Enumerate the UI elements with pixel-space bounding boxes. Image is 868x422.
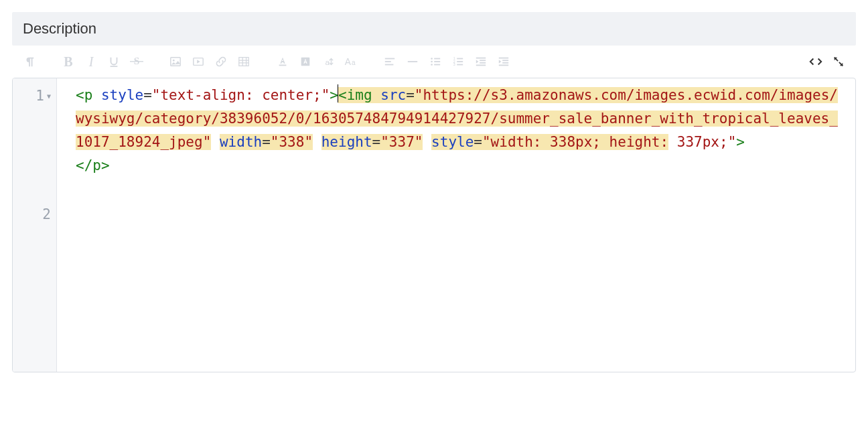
fold-icon[interactable]: ▼ xyxy=(47,84,51,108)
svg-rect-18 xyxy=(434,58,440,60)
svg-rect-26 xyxy=(457,64,463,66)
svg-text:3: 3 xyxy=(453,62,455,66)
underline-button[interactable] xyxy=(103,51,125,72)
code-view-button[interactable] xyxy=(805,51,826,72)
line-gutter: 1▼ 2 xyxy=(13,78,57,372)
svg-rect-19 xyxy=(434,61,440,62)
svg-text:A: A xyxy=(345,57,352,67)
code-content[interactable]: <p style="text-align: center;"><img src=… xyxy=(57,78,855,372)
unordered-list-button[interactable] xyxy=(425,51,446,72)
align-button[interactable] xyxy=(379,51,401,72)
svg-rect-34 xyxy=(499,65,508,66)
svg-point-15 xyxy=(431,58,433,60)
insert-video-button[interactable] xyxy=(188,51,209,72)
svg-rect-12 xyxy=(385,61,391,62)
svg-rect-27 xyxy=(476,58,486,59)
fullscreen-button[interactable] xyxy=(828,51,849,72)
svg-text:a: a xyxy=(326,58,330,66)
svg-rect-30 xyxy=(476,65,486,66)
insert-table-button[interactable] xyxy=(233,51,255,72)
insert-image-button[interactable] xyxy=(165,51,186,72)
text-color-button[interactable] xyxy=(272,51,293,72)
font-family-button[interactable]: Aa xyxy=(340,51,362,72)
svg-point-17 xyxy=(431,64,433,66)
paragraph-format-button[interactable] xyxy=(19,51,40,72)
svg-rect-28 xyxy=(480,60,486,61)
insert-link-button[interactable] xyxy=(210,51,232,72)
svg-rect-13 xyxy=(385,64,394,66)
font-size-button[interactable]: a xyxy=(317,51,339,72)
svg-rect-20 xyxy=(434,64,440,66)
italic-button[interactable]: I xyxy=(80,51,102,72)
svg-point-16 xyxy=(431,61,433,63)
svg-rect-31 xyxy=(499,58,508,59)
svg-rect-11 xyxy=(385,58,394,60)
gutter-line: 2 xyxy=(13,202,56,227)
bold-button[interactable]: B xyxy=(58,51,79,72)
svg-rect-24 xyxy=(457,58,463,60)
svg-rect-1 xyxy=(130,61,143,62)
svg-rect-33 xyxy=(502,62,508,64)
ordered-list-button[interactable]: 123 xyxy=(447,51,469,72)
svg-rect-6 xyxy=(279,65,287,66)
svg-rect-29 xyxy=(480,62,486,64)
horizontal-rule-button[interactable] xyxy=(402,51,423,72)
svg-text:S: S xyxy=(134,56,140,66)
svg-rect-25 xyxy=(457,61,463,62)
svg-rect-5 xyxy=(239,58,248,66)
svg-rect-14 xyxy=(408,61,417,62)
gutter-line: 1▼ xyxy=(13,84,56,109)
background-color-button[interactable] xyxy=(295,51,316,72)
code-editor[interactable]: 1▼ 2 <p style="text-align: center;"><img… xyxy=(12,78,856,372)
panel-title: Description xyxy=(12,12,856,46)
svg-rect-32 xyxy=(502,60,508,61)
strikethrough-button[interactable]: S xyxy=(126,51,147,72)
description-panel: Description B I S a Aa 123 1▼ 2 xyxy=(0,0,868,384)
outdent-button[interactable] xyxy=(470,51,492,72)
svg-text:a: a xyxy=(352,59,356,66)
svg-point-3 xyxy=(173,60,175,62)
indent-button[interactable] xyxy=(493,51,514,72)
editor-toolbar: B I S a Aa 123 xyxy=(12,46,856,78)
